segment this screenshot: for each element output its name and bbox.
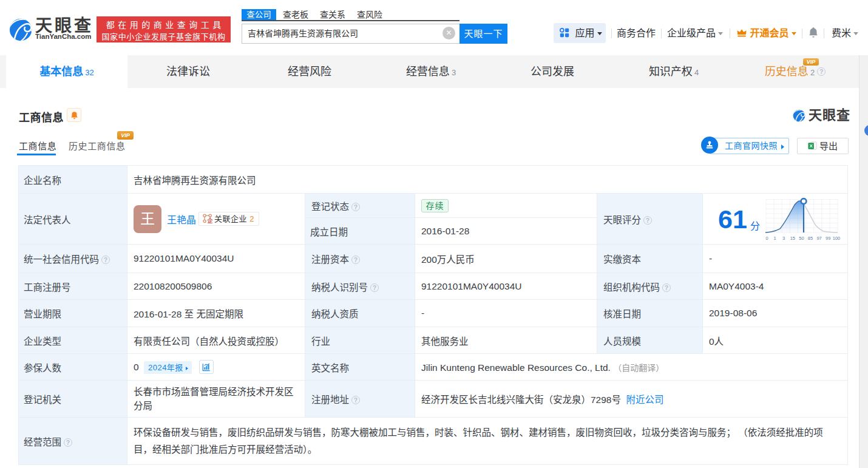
svg-text:15: 15 xyxy=(790,236,795,241)
svg-text:97: 97 xyxy=(816,236,821,241)
svg-text:85: 85 xyxy=(808,236,813,241)
svg-text:X: X xyxy=(809,143,813,149)
svg-text:100: 100 xyxy=(833,236,841,241)
svg-text:0: 0 xyxy=(765,236,768,241)
svg-text:企: 企 xyxy=(207,217,212,223)
svg-text:50: 50 xyxy=(799,236,804,241)
svg-text:3: 3 xyxy=(782,236,785,241)
svg-text:1: 1 xyxy=(774,236,776,241)
svg-text:99: 99 xyxy=(826,236,830,241)
